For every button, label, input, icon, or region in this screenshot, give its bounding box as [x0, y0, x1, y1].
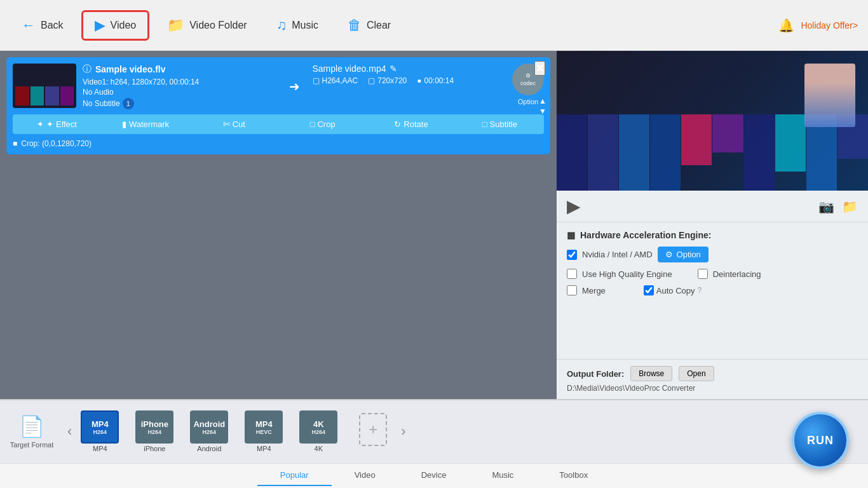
tab-cut[interactable]: ✄ Cut	[190, 114, 278, 134]
crop-icon: □	[310, 119, 315, 129]
tabs-bar: Popular Video Device Music Toolbox	[0, 463, 868, 488]
merge-checkbox[interactable]	[567, 285, 577, 295]
video-folder-button[interactable]: 📁 Video Folder	[156, 12, 258, 39]
run-btn-container: RUN	[792, 412, 849, 469]
deinterlacing-checkbox[interactable]	[698, 269, 708, 279]
video-thumbnail	[13, 64, 76, 108]
crop-info: ■ Crop: (0,0,1280,720)	[13, 139, 544, 148]
output-format-text: H264,AAC	[322, 76, 358, 85]
hw-title-text: Hardware Acceleration Engine:	[580, 230, 711, 240]
scroll-up-button[interactable]: ▲	[539, 97, 546, 105]
format-icon-iphone: iPhone H264	[135, 410, 173, 444]
format-item-iphone[interactable]: iPhone H264 iPhone	[130, 410, 179, 452]
tab-popular[interactable]: Popular	[257, 465, 332, 486]
rotate-label: Rotate	[403, 119, 428, 129]
video-folder-label: Video Folder	[189, 20, 247, 31]
output-folder-row: Output Folder: Browse Open	[567, 366, 858, 381]
tab-crop[interactable]: □ Crop	[278, 114, 367, 134]
browse-button[interactable]: Browse	[630, 366, 672, 381]
high-quality-checkbox[interactable]	[567, 269, 577, 279]
tab-music[interactable]: Music	[469, 465, 536, 486]
scroll-down-button[interactable]: ▼	[539, 107, 546, 116]
back-button[interactable]: ← Back	[10, 12, 75, 39]
question-mark-icon[interactable]: ?	[698, 286, 702, 295]
music-label: Music	[292, 20, 318, 31]
clear-button[interactable]: 🗑 Clear	[336, 12, 402, 39]
format-items: MP4 H264 MP4 iPhone H264 iPhone Android …	[76, 410, 397, 452]
video-preview	[557, 51, 868, 191]
autocopy-checkbox[interactable]	[644, 285, 654, 295]
format-item-mp4-h264[interactable]: MP4 H264 MP4	[76, 410, 124, 452]
nvidia-row: Nvidia / Intel / AMD ⚙ Option	[567, 247, 858, 262]
options-row: Use High Quality Engine Deinterlacing	[567, 269, 858, 279]
add-format-button[interactable]: +	[359, 413, 387, 446]
watermark-label: Watermark	[129, 119, 169, 129]
tab-subtitle[interactable]: □ Subtitle	[456, 114, 544, 134]
source-filename: Sample video.flv	[95, 64, 165, 74]
output-folder: Output Folder: Browse Open D:\Media\Vide…	[557, 359, 868, 399]
video-label: Video	[111, 20, 137, 31]
merge-option: Merge	[567, 285, 606, 295]
badge: 1	[123, 98, 134, 109]
tab-video[interactable]: Video	[332, 465, 398, 486]
output-filename-row: Sample video.mp4 ✎	[313, 64, 454, 74]
format-icon-mp4-h264: MP4 H264	[81, 410, 119, 444]
output-resolution-text: 720x720	[377, 76, 407, 85]
option-label: Option	[677, 250, 701, 259]
tab-toolbox[interactable]: Toolbox	[536, 465, 611, 486]
bell-icon: 🔔	[778, 18, 794, 33]
preview-person	[804, 64, 855, 127]
watermark-icon: ▮	[122, 119, 126, 129]
option-button[interactable]: ⚙ Option	[658, 247, 709, 262]
next-format-button[interactable]: ›	[397, 423, 409, 440]
output-filename: Sample video.mp4	[313, 64, 386, 74]
scroll-controls: ▲ ▼	[539, 97, 546, 116]
control-icons: 📷 📁	[818, 199, 858, 214]
run-button[interactable]: RUN	[792, 412, 849, 469]
high-quality-label: Use High Quality Engine	[582, 269, 672, 279]
close-button[interactable]: ✕	[534, 61, 545, 76]
nvidia-checkbox[interactable]	[567, 250, 577, 260]
target-format-section: 📄 Target Format	[0, 414, 64, 449]
prev-format-button[interactable]: ‹	[64, 423, 76, 440]
merge-row: Merge Auto Copy ?	[567, 285, 858, 295]
format-nav-right: ›	[397, 423, 409, 440]
open-button[interactable]: Open	[679, 366, 714, 381]
tab-effect[interactable]: ✦ ✦ Effect	[13, 114, 101, 134]
play-button[interactable]: ▶	[567, 196, 581, 217]
rotate-icon: ↻	[394, 119, 401, 129]
effect-icon: ✦	[37, 119, 44, 129]
codec-label: codec	[520, 80, 536, 86]
add-format-item[interactable]: +	[349, 410, 397, 452]
camera-icon[interactable]: 📷	[818, 199, 834, 214]
arrow-right-icon: ➜	[283, 79, 306, 94]
format-item-mp4-hevc[interactable]: MP4 HEVC MP4	[240, 410, 288, 452]
video-icon: ▶	[95, 17, 105, 34]
source-details: Video1: h264, 1280x720, 00:00:14	[83, 78, 276, 86]
video-button[interactable]: ▶ Video	[81, 10, 150, 41]
clock-icon: ●	[417, 76, 421, 85]
res-icon: ▢	[368, 76, 375, 85]
tab-rotate[interactable]: ↻ Rotate	[367, 114, 455, 134]
folder-icon[interactable]: 📁	[842, 199, 858, 214]
effect-label: ✦ Effect	[46, 119, 77, 129]
player-controls: ▶ 📷 📁	[557, 191, 868, 222]
holiday-offer-link[interactable]: Holiday Offer>	[801, 20, 858, 30]
music-icon: ♫	[276, 17, 287, 34]
video-source-info: ⓘ Sample video.flv Video1: h264, 1280x72…	[83, 64, 276, 109]
crop-label: Crop	[317, 119, 335, 129]
edit-icon[interactable]: ✎	[390, 64, 397, 74]
tab-device[interactable]: Device	[398, 465, 470, 486]
format-item-android[interactable]: Android H264 Android	[185, 410, 233, 452]
codec-icon: ⚙	[526, 72, 531, 79]
format-item-4k[interactable]: 4K H264 4K	[294, 410, 342, 452]
left-panel: ✕ ⓘ Sample video.flv	[0, 51, 557, 399]
format-icon: ▢	[313, 76, 320, 85]
cut-icon: ✄	[223, 119, 230, 129]
music-button[interactable]: ♫ Music	[265, 12, 330, 39]
autocopy-label: Auto Copy	[656, 286, 695, 295]
output-info: Sample video.mp4 ✎ ▢ H264,AAC ▢ 720x720	[313, 64, 506, 85]
video-folder-icon: 📁	[167, 17, 184, 34]
tab-watermark[interactable]: ▮ Watermark	[101, 114, 189, 134]
deinterlacing-label: Deinterlacing	[713, 269, 761, 279]
